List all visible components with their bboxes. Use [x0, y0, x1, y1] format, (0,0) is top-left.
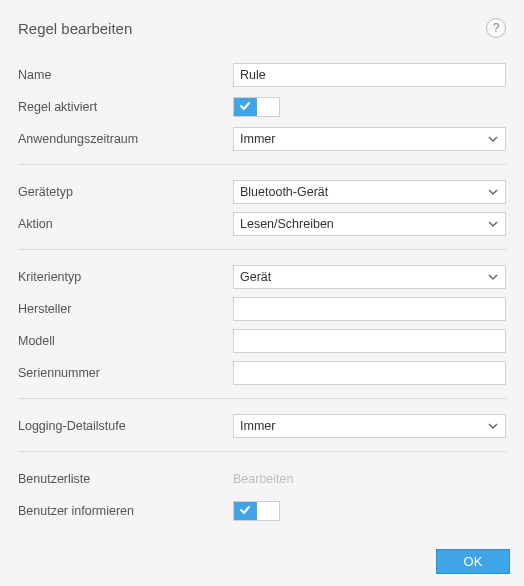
help-icon: ?	[493, 21, 500, 35]
label-period: Anwendungszeitraum	[18, 132, 233, 146]
label-rule-active: Regel aktiviert	[18, 100, 233, 114]
row-logging: Logging-Detailstufe Immer	[18, 411, 506, 441]
label-logging: Logging-Detailstufe	[18, 419, 233, 433]
model-input[interactable]	[233, 329, 506, 353]
dialog-footer: OK	[0, 537, 524, 586]
chevron-down-icon	[487, 420, 499, 432]
rule-active-toggle[interactable]	[233, 97, 280, 117]
label-user-list: Benutzerliste	[18, 472, 233, 486]
row-model: Modell	[18, 326, 506, 356]
row-period: Anwendungszeitraum Immer	[18, 124, 506, 154]
check-icon	[239, 504, 251, 519]
label-criteria-type: Kriterientyp	[18, 270, 233, 284]
row-rule-active: Regel aktiviert	[18, 92, 506, 122]
device-type-value: Bluetooth-Gerät	[240, 185, 328, 199]
action-select[interactable]: Lesen/Schreiben	[233, 212, 506, 236]
user-list-edit-link[interactable]: Bearbeiten	[233, 472, 293, 486]
row-device-type: Gerätetyp Bluetooth-Gerät	[18, 177, 506, 207]
name-input[interactable]	[233, 63, 506, 87]
chevron-down-icon	[487, 218, 499, 230]
chevron-down-icon	[487, 271, 499, 283]
divider	[18, 451, 506, 452]
row-criteria-type: Kriterientyp Gerät	[18, 262, 506, 292]
row-user-list: Benutzerliste Bearbeiten	[18, 464, 506, 494]
logging-select[interactable]: Immer	[233, 414, 506, 438]
label-notify-user: Benutzer informieren	[18, 504, 233, 518]
row-name: Name	[18, 60, 506, 90]
chevron-down-icon	[487, 133, 499, 145]
period-value: Immer	[240, 132, 275, 146]
toggle-on	[234, 98, 257, 116]
label-serial: Seriennummer	[18, 366, 233, 380]
check-icon	[239, 100, 251, 115]
action-value: Lesen/Schreiben	[240, 217, 334, 231]
label-device-type: Gerätetyp	[18, 185, 233, 199]
device-type-select[interactable]: Bluetooth-Gerät	[233, 180, 506, 204]
ok-button[interactable]: OK	[436, 549, 510, 574]
dialog-title: Regel bearbeiten	[18, 20, 132, 37]
label-manufacturer: Hersteller	[18, 302, 233, 316]
divider	[18, 164, 506, 165]
divider	[18, 398, 506, 399]
manufacturer-input[interactable]	[233, 297, 506, 321]
criteria-type-select[interactable]: Gerät	[233, 265, 506, 289]
notify-user-toggle[interactable]	[233, 501, 280, 521]
label-action: Aktion	[18, 217, 233, 231]
toggle-on	[234, 502, 257, 520]
dialog: Regel bearbeiten ? Name Regel aktiviert	[0, 0, 524, 526]
chevron-down-icon	[487, 186, 499, 198]
row-action: Aktion Lesen/Schreiben	[18, 209, 506, 239]
dialog-header: Regel bearbeiten ?	[18, 18, 506, 38]
row-serial: Seriennummer	[18, 358, 506, 388]
row-notify-user: Benutzer informieren	[18, 496, 506, 526]
serial-input[interactable]	[233, 361, 506, 385]
toggle-off	[257, 98, 280, 116]
toggle-off	[257, 502, 280, 520]
logging-value: Immer	[240, 419, 275, 433]
divider	[18, 249, 506, 250]
criteria-type-value: Gerät	[240, 270, 271, 284]
period-select[interactable]: Immer	[233, 127, 506, 151]
label-name: Name	[18, 68, 233, 82]
row-manufacturer: Hersteller	[18, 294, 506, 324]
help-button[interactable]: ?	[486, 18, 506, 38]
label-model: Modell	[18, 334, 233, 348]
